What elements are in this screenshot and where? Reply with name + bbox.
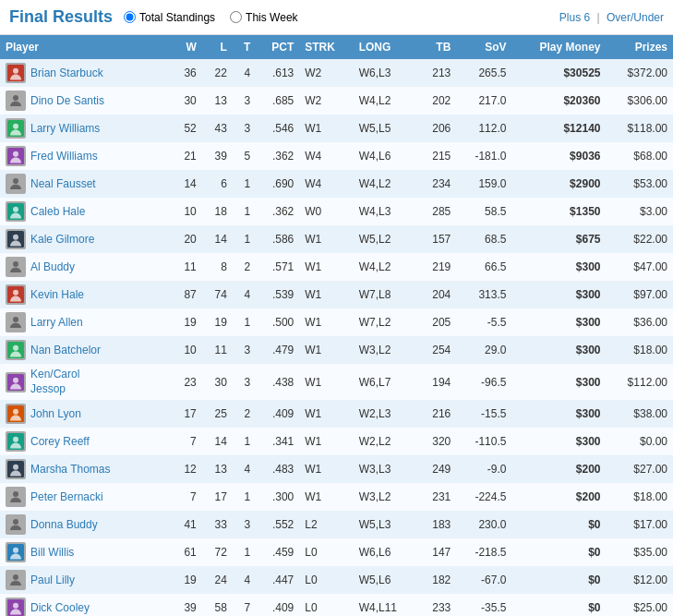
sov: -35.5	[456, 594, 511, 616]
sov: 265.5	[456, 59, 511, 87]
avatar	[6, 340, 26, 360]
player-cell: Paul Lilly	[0, 566, 172, 594]
prizes: $36.00	[606, 308, 673, 336]
play-money: $0	[511, 511, 606, 538]
streak: W0	[299, 198, 353, 225]
ties: 3	[233, 364, 256, 400]
losses: 19	[202, 308, 233, 336]
ties: 1	[233, 308, 256, 336]
player-name[interactable]: Corey Reeff	[30, 435, 90, 448]
svg-point-30	[13, 574, 18, 580]
sov: 68.5	[456, 225, 511, 253]
long: W2,L2	[354, 428, 418, 455]
sov: -110.5	[456, 428, 511, 455]
play-money: $1350	[511, 198, 606, 225]
tb: 213	[417, 59, 456, 87]
avatar	[6, 459, 26, 479]
tb: 234	[417, 170, 456, 198]
player-name[interactable]: Larry Williams	[30, 122, 100, 135]
player-name[interactable]: Kevin Hale	[30, 288, 84, 301]
long: W7,L8	[354, 281, 418, 308]
streak: W1	[299, 281, 353, 308]
player-cell: Corey Reeff	[0, 428, 172, 455]
avatar	[6, 514, 26, 535]
player-name[interactable]: Ken/Carol	[30, 368, 79, 382]
player-name[interactable]: Paul Lilly	[30, 574, 75, 586]
player-name[interactable]: John Lyon	[30, 407, 81, 420]
ties: 1	[233, 170, 256, 198]
player-name[interactable]: Fred Williams	[30, 150, 98, 163]
wins: 10	[172, 198, 202, 225]
streak: L0	[299, 594, 353, 616]
streak: W1	[299, 225, 353, 253]
avatar	[6, 201, 26, 222]
avatar	[6, 229, 26, 249]
radio-this-week[interactable]: This Week	[230, 11, 297, 24]
player-name[interactable]: Caleb Hale	[30, 205, 85, 218]
long: W3,L3	[354, 455, 418, 483]
player-name[interactable]: Neal Fausset	[30, 177, 96, 190]
sov: 66.5	[456, 253, 511, 281]
play-money: $300	[511, 336, 606, 364]
results-table: Player W L T PCT STRK LONG TB SoV Play M…	[0, 35, 673, 616]
player-name[interactable]: Al Buddy	[30, 260, 75, 273]
wins: 23	[172, 364, 202, 400]
player-name[interactable]: Donna Buddy	[30, 518, 98, 531]
col-tb: TB	[417, 35, 456, 59]
svg-point-25	[13, 465, 18, 470]
overunder-link[interactable]: Over/Under	[607, 11, 664, 24]
streak: W1	[299, 253, 353, 281]
player-name[interactable]: Bill Willis	[30, 546, 74, 559]
streak: L2	[299, 511, 353, 538]
prizes: $97.00	[606, 281, 673, 308]
pct: .362	[256, 142, 299, 170]
ties: 1	[233, 428, 256, 455]
prizes: $306.00	[606, 87, 673, 115]
sov: 230.0	[456, 511, 511, 538]
player-cell: Nan Batchelor	[0, 336, 172, 364]
pct: .685	[256, 87, 299, 115]
wins: 10	[172, 336, 202, 364]
pct: .447	[256, 566, 299, 594]
play-money: $300	[511, 253, 606, 281]
player-name[interactable]: Peter Bernacki	[30, 490, 103, 503]
table-row: Donna Buddy 41 33 3 .552 L2 W5,L3 183 23…	[0, 511, 673, 538]
long: W4,L2	[354, 170, 418, 198]
svg-point-27	[13, 519, 18, 525]
plus6-link[interactable]: Plus 6	[559, 11, 590, 24]
ties: 2	[233, 253, 256, 281]
streak: W1	[299, 400, 353, 428]
ties: 3	[233, 87, 256, 115]
tb: 216	[417, 400, 456, 428]
table-row: Larry Williams 52 43 3 .546 W1 W5,L5 206…	[0, 115, 673, 142]
table-row: Larry Allen 19 19 1 .500 W1 W7,L2 205 -5…	[0, 308, 673, 336]
svg-point-11	[13, 235, 18, 240]
col-sov: SoV	[456, 35, 511, 59]
wins: 7	[172, 428, 202, 455]
sov: -67.0	[456, 566, 511, 594]
svg-point-32	[13, 603, 18, 609]
long: W4,L11	[354, 594, 418, 616]
player-cell: Bill Willis	[0, 538, 172, 566]
player-name-2[interactable]: Jessop	[30, 382, 79, 397]
radio-total-standings[interactable]: Total Standings	[124, 11, 215, 24]
pct: .586	[256, 225, 299, 253]
losses: 17	[202, 483, 233, 511]
pct: .300	[256, 483, 299, 511]
losses: 43	[202, 115, 233, 142]
svg-point-14	[13, 290, 18, 296]
play-money: $300	[511, 400, 606, 428]
player-name[interactable]: Larry Allen	[30, 316, 83, 329]
player-name[interactable]: Dick Cooley	[30, 601, 90, 614]
player-name[interactable]: Dino De Santis	[30, 94, 104, 107]
player-name[interactable]: Nan Batchelor	[30, 344, 101, 356]
tb: 231	[417, 483, 456, 511]
player-name[interactable]: Kale Gilmore	[30, 233, 94, 246]
streak: W4	[299, 170, 353, 198]
player-name[interactable]: Brian Starbuck	[30, 66, 103, 79]
player-name[interactable]: Marsha Thomas	[30, 463, 110, 476]
ties: 1	[233, 538, 256, 566]
wins: 36	[172, 59, 202, 87]
avatar	[6, 404, 26, 424]
wins: 17	[172, 400, 202, 428]
